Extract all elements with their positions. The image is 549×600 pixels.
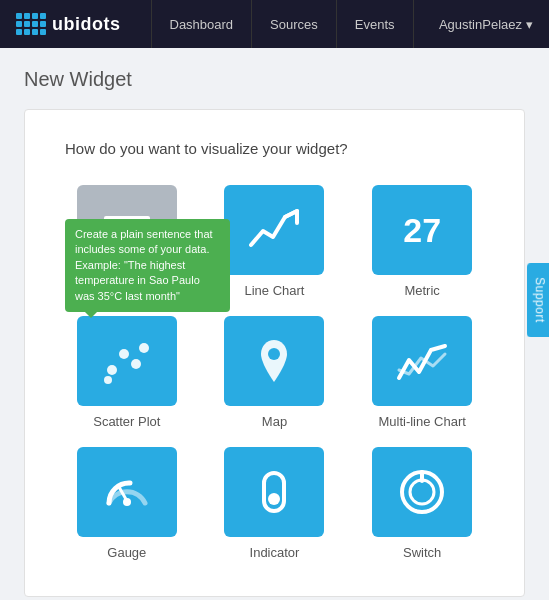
widget-label-indicator: Indicator — [250, 545, 300, 560]
support-label: Support — [533, 277, 547, 323]
widget-icon-multi-line-chart — [372, 316, 472, 406]
widget-icon-line-chart — [224, 185, 324, 275]
widget-item-scatter-plot[interactable]: Create a plain sentence that includes so… — [65, 316, 189, 429]
svg-point-0 — [107, 365, 117, 375]
logo-text: ubidots — [52, 14, 121, 35]
logo-dots-icon — [16, 13, 46, 35]
indicator-icon — [247, 465, 301, 519]
svg-point-3 — [139, 343, 149, 353]
widget-icon-switch — [372, 447, 472, 537]
line-chart-icon — [247, 203, 301, 257]
widget-item-line-chart[interactable]: Line Chart — [213, 185, 337, 298]
widget-item-map[interactable]: Map — [213, 316, 337, 429]
switch-icon — [395, 465, 449, 519]
svg-point-5 — [268, 348, 280, 360]
widget-label-line-chart: Line Chart — [245, 283, 305, 298]
widget-icon-map — [224, 316, 324, 406]
page-title: New Widget — [24, 68, 525, 91]
widget-label-gauge: Gauge — [107, 545, 146, 560]
gauge-icon — [100, 465, 154, 519]
nav-link-sources[interactable]: Sources — [252, 0, 337, 48]
widget-grid: Statement Line Chart 27 Metric — [65, 185, 484, 560]
widget-selection-card: How do you want to visualize your widget… — [24, 109, 525, 597]
widget-item-multi-line-chart[interactable]: Multi-line Chart — [360, 316, 484, 429]
svg-point-1 — [119, 349, 129, 359]
widget-item-indicator[interactable]: Indicator — [213, 447, 337, 560]
widget-label-scatter-plot: Scatter Plot — [93, 414, 160, 429]
tooltip-text: Create a plain sentence that includes so… — [75, 228, 213, 302]
widget-icon-metric: 27 — [372, 185, 472, 275]
scatter-plot-tooltip: Create a plain sentence that includes so… — [65, 219, 230, 312]
user-menu[interactable]: AgustinPelaez ▾ — [439, 17, 533, 32]
svg-point-11 — [410, 480, 434, 504]
top-nav: ubidots Dashboard Sources Events Agustin… — [0, 0, 549, 48]
svg-point-2 — [131, 359, 141, 369]
widget-icon-gauge — [77, 447, 177, 537]
widget-label-multi-line-chart: Multi-line Chart — [378, 414, 465, 429]
map-pin-icon — [247, 334, 301, 388]
nav-link-dashboard[interactable]: Dashboard — [151, 0, 253, 48]
scatter-plot-icon — [100, 334, 154, 388]
widget-icon-indicator — [224, 447, 324, 537]
logo[interactable]: ubidots — [16, 13, 121, 35]
user-name: AgustinPelaez — [439, 17, 522, 32]
svg-rect-8 — [264, 473, 284, 511]
svg-point-7 — [123, 498, 131, 506]
widget-item-metric[interactable]: 27 Metric — [360, 185, 484, 298]
widget-icon-scatter-plot — [77, 316, 177, 406]
page-content: New Widget How do you want to visualize … — [0, 48, 549, 600]
nav-links: Dashboard Sources Events — [151, 0, 439, 48]
user-menu-arrow-icon: ▾ — [526, 17, 533, 32]
svg-point-9 — [268, 493, 280, 505]
card-question: How do you want to visualize your widget… — [65, 140, 484, 157]
multi-line-chart-icon — [395, 334, 449, 388]
nav-link-events[interactable]: Events — [337, 0, 414, 48]
widget-label-map: Map — [262, 414, 287, 429]
widget-label-switch: Switch — [403, 545, 441, 560]
metric-number-icon: 27 — [403, 211, 441, 250]
svg-point-4 — [104, 376, 112, 384]
widget-item-switch[interactable]: Switch — [360, 447, 484, 560]
support-tab[interactable]: Support — [527, 263, 549, 337]
widget-label-metric: Metric — [404, 283, 439, 298]
widget-item-gauge[interactable]: Gauge — [65, 447, 189, 560]
